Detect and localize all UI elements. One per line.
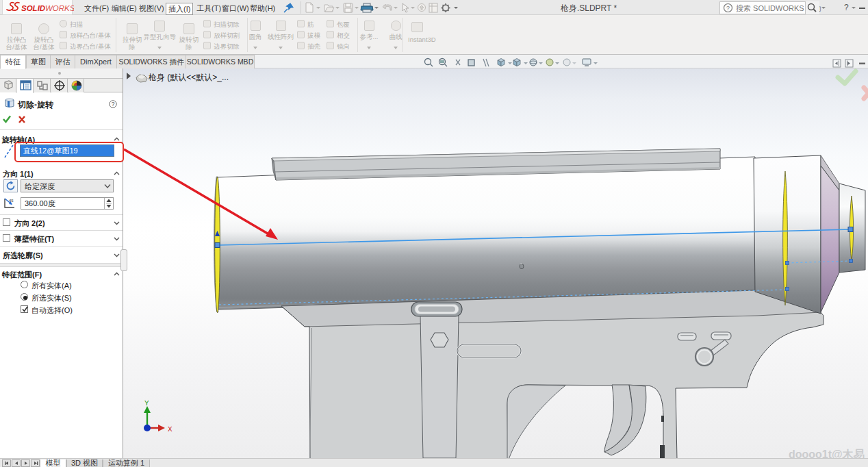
svg-text:45: 45	[9, 199, 14, 203]
svg-text:?: ?	[726, 5, 730, 12]
svg-text:枪身 (默认<<默认>_...: 枪身 (默认<<默认>_...	[148, 73, 229, 82]
svg-text:doooo1t@木易: doooo1t@木易	[789, 449, 865, 458]
svg-text:?: ?	[112, 101, 115, 108]
svg-text:WORKS: WORKS	[45, 4, 74, 12]
svg-text:Y: Y	[144, 399, 149, 407]
svg-text:X: X	[168, 425, 173, 433]
svg-text:SOLID: SOLID	[21, 4, 45, 12]
